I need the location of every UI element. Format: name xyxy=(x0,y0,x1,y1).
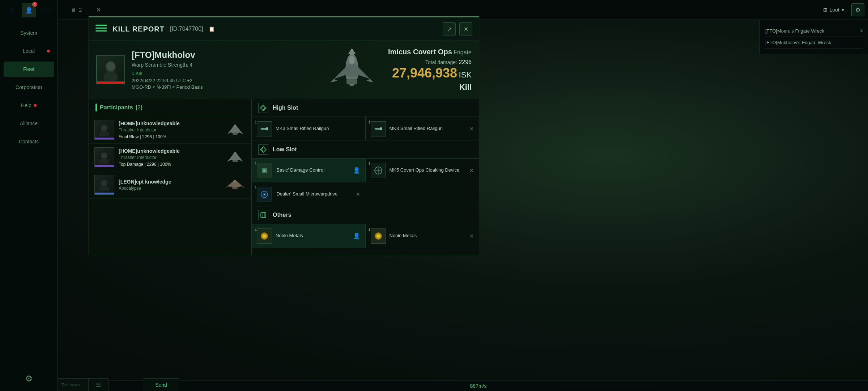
kill-report-id: [ID:7047700] xyxy=(170,26,203,32)
low-slot-close-2[interactable]: ✕ xyxy=(469,168,474,173)
victim-kill-count: 1 Kill xyxy=(132,71,316,76)
participant-item[interactable]: [LEGN]cpt knowledge Apocalypse xyxy=(89,171,251,199)
others-icon xyxy=(258,210,268,220)
topbar-close-button[interactable]: ✕ xyxy=(94,5,103,14)
victim-info: [FTO]Mukholov Warp Scramble Strength: 4 … xyxy=(132,50,316,90)
sidebar-item-system[interactable]: System xyxy=(4,25,54,41)
copy-icon[interactable]: 📋 xyxy=(209,26,215,32)
wreck-item-2[interactable]: [FTO]Mukholov's Frigate Wreck xyxy=(765,37,863,49)
wreck-item-1[interactable]: [FTO]Moeru's Frigate Wreck 2 xyxy=(765,25,863,37)
sidebar-item-fleet[interactable]: Fleet xyxy=(4,62,54,77)
high-slot-item-1[interactable]: 1 MK3 Small Rifled Railgun xyxy=(252,117,365,140)
low-slot-name-2: MK5 Covert Ops Cloaking Device xyxy=(390,167,466,173)
percent-2: 100% xyxy=(160,162,171,167)
high-slot-item-2[interactable]: 1 MK3 Small Rifled Railgun ✕ xyxy=(366,117,479,140)
svg-rect-42 xyxy=(261,213,266,218)
svg-point-15 xyxy=(101,152,107,159)
high-slot-header: High Slot xyxy=(252,99,479,117)
high-slot-qty-2: 1 xyxy=(369,120,371,124)
svg-point-1 xyxy=(103,72,118,81)
others-name-2: Noble Metals xyxy=(390,233,466,239)
menu-icon[interactable] xyxy=(95,25,107,33)
victim-avatar xyxy=(96,55,125,84)
external-link-icon: ↗ xyxy=(447,26,452,33)
participant-item[interactable]: [HOME]unknowledgeable Thrasher Interdict… xyxy=(89,144,251,171)
participant-2-name: [HOME]unknowledgeable xyxy=(119,148,220,154)
participant-avatar-3 xyxy=(94,175,114,195)
participants-panel: Participants [2] [HOME]unknowledgeable xyxy=(89,99,252,255)
kill-result: Kill xyxy=(388,83,472,92)
low-slot-qty-3: 1 xyxy=(255,185,257,190)
svg-point-21 xyxy=(99,186,109,191)
participant-2-stats: Top Damage | 2296 | 100% xyxy=(119,162,220,167)
loot-dropdown[interactable]: ⊞ Loot ▾ xyxy=(823,7,844,13)
svg-marker-19 xyxy=(233,152,237,154)
svg-point-9 xyxy=(349,56,355,64)
others-item-2[interactable]: 1 Noble Metals ✕ xyxy=(366,224,479,248)
railgun-1-icon xyxy=(257,121,272,136)
low-slot-close-3[interactable]: ✕ xyxy=(356,192,360,197)
low-slot-item-2[interactable]: 1 MK5 Covert Ops Cloaking Device ✕ xyxy=(366,159,479,182)
others-name-1: Noble Metals xyxy=(276,233,349,239)
chat-area: Talk to ops... xyxy=(58,378,89,391)
close-modal-button[interactable]: ✕ xyxy=(459,22,472,35)
participants-title: Participants xyxy=(100,104,133,111)
settings-icon[interactable]: ⚙ xyxy=(25,374,33,384)
ship-image xyxy=(316,46,388,93)
chat-menu-bars-icon: ☰ xyxy=(96,382,101,388)
others-qty-1: 1 xyxy=(255,227,257,231)
avatar-placeholder xyxy=(97,56,124,84)
loot-icon: ⊞ xyxy=(823,7,827,13)
low-slot-items-row1: 1 'Basic' Damage Control 👤 1 xyxy=(252,159,479,182)
sidebar-help-label: Help xyxy=(21,102,31,108)
low-slot-header: Low Slot xyxy=(252,141,479,159)
person-icon-1: 👤 xyxy=(353,167,360,174)
damage-1: 2296 xyxy=(142,134,152,139)
others-item-1[interactable]: 1 Noble Metals 👤 xyxy=(252,224,365,248)
high-slot-name-2: MK3 Small Rifled Railgun xyxy=(390,126,466,132)
sidebar-item-help[interactable]: Help xyxy=(4,98,54,113)
dropdown-arrow-icon: ▾ xyxy=(842,7,844,13)
participant-1-ship: Thrasher Interdictor xyxy=(119,127,220,133)
avatar-icon: 👤 xyxy=(25,7,33,14)
others-close-2[interactable]: ✕ xyxy=(469,233,474,239)
victim-stat: Warp Scramble Strength: 4 xyxy=(132,62,316,68)
filter-button[interactable]: ⚙ xyxy=(851,3,864,16)
sidebar-item-alliance[interactable]: Alliance xyxy=(4,116,54,131)
low-slot-item-1[interactable]: 1 'Basic' Damage Control 👤 xyxy=(252,159,365,182)
alliance-bar-1 xyxy=(95,138,114,139)
damage-control-icon xyxy=(257,163,272,178)
help-notification-dot xyxy=(34,104,37,107)
chat-menu-icon[interactable]: ☰ xyxy=(89,378,109,391)
external-link-button[interactable]: ↗ xyxy=(443,22,456,35)
send-button[interactable]: Send xyxy=(143,378,179,391)
sidebar-corporation-label: Corporation xyxy=(16,84,42,90)
avatar-badge: 3 xyxy=(32,2,37,7)
svg-point-10 xyxy=(101,125,107,131)
sidebar-system-label: System xyxy=(20,30,37,36)
participants-header: Participants [2] xyxy=(89,99,251,116)
low-slot-item-3[interactable]: 1 'Dealer' Small Microwarpdrive ✕ xyxy=(252,182,365,206)
svg-marker-24 xyxy=(233,180,237,182)
sidebar-item-local[interactable]: Local xyxy=(4,43,54,59)
low-slot-icon xyxy=(258,144,268,155)
participant-2-ship-img xyxy=(224,150,246,165)
sidebar-item-corporation[interactable]: Corporation xyxy=(4,80,54,95)
modal-body: Participants [2] [HOME]unknowledgeable xyxy=(89,99,479,255)
player-avatar[interactable]: 👤 3 xyxy=(22,3,36,17)
high-slot-name-1: MK3 Small Rifled Railgun xyxy=(276,126,360,132)
svg-marker-8 xyxy=(366,79,374,83)
ship-svg xyxy=(323,46,381,93)
participant-2-ship: Thrasher Interdictor xyxy=(119,155,220,160)
right-info-panel: [FTO]Moeru's Frigate Wreck 2 [FTO]Mukhol… xyxy=(760,20,868,54)
high-slot-close-2[interactable]: ✕ xyxy=(469,126,474,132)
participant-item[interactable]: [HOME]unknowledgeable Thrasher Interdict… xyxy=(89,116,251,144)
secondary-tab[interactable]: 🖥 2 xyxy=(66,5,87,15)
svg-rect-29 xyxy=(260,129,262,129)
sidebar-item-contacts[interactable]: Contacts xyxy=(4,134,54,149)
close-icon: ✕ xyxy=(464,26,468,33)
victim-name: [FTO]Mukholov xyxy=(132,50,316,60)
percent-1: 100% xyxy=(156,134,167,139)
svg-rect-13 xyxy=(233,133,238,135)
svg-point-20 xyxy=(101,180,107,186)
